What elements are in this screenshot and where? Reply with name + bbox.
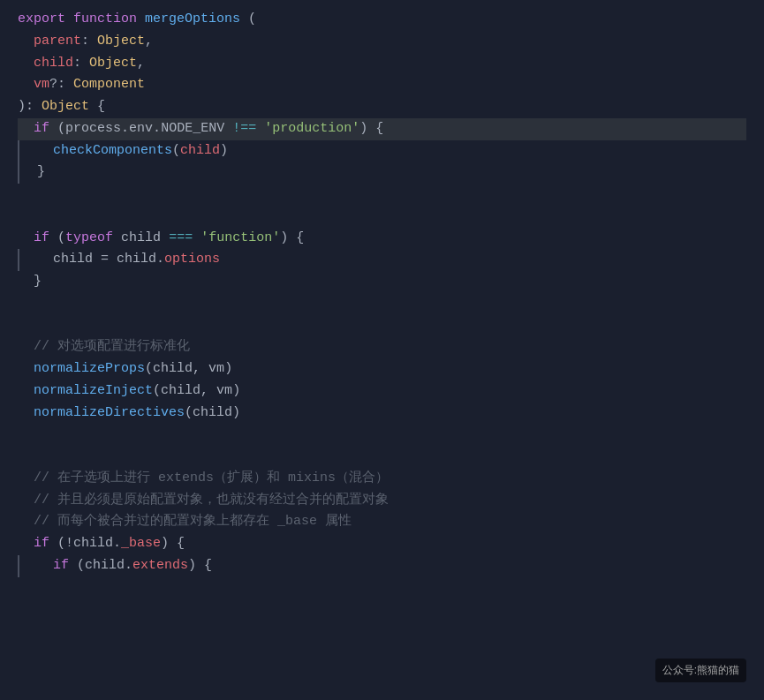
- code-line-16: // 对选项配置进行标准化: [18, 336, 746, 358]
- code-line-5: ): Object {: [18, 96, 746, 118]
- code-line-25: if (!child._base) {: [18, 533, 746, 555]
- code-line-4: vm?: Component: [18, 74, 746, 96]
- code-line-10: [18, 206, 746, 228]
- code-line-8: }: [18, 162, 746, 184]
- code-editor: export function mergeOptions ( parent: O…: [0, 0, 764, 700]
- code-line-24: // 而每个被合并过的配置对象上都存在 _base 属性: [18, 511, 746, 533]
- code-line-7: checkComponents(child): [18, 140, 746, 162]
- code-line-18: normalizeInject(child, vm): [18, 380, 746, 403]
- code-line-26: if (child.extends) {: [18, 555, 746, 577]
- code-line-12: child = child.options: [18, 249, 746, 271]
- code-line-2: parent: Object,: [18, 31, 746, 53]
- code-line-1: export function mergeOptions (: [18, 9, 746, 31]
- code-line-13: }: [18, 271, 746, 293]
- code-line-23: // 并且必须是原始配置对象，也就没有经过合并的配置对象: [18, 490, 746, 512]
- code-line-20: [18, 424, 746, 446]
- code-line-14: [18, 293, 746, 315]
- code-line-22: // 在子选项上进行 extends（扩展）和 mixins（混合）: [18, 468, 746, 490]
- code-line-3: child: Object,: [18, 53, 746, 75]
- code-line-15: [18, 315, 746, 337]
- watermark-text: 公众号:熊猫的猫: [662, 664, 739, 676]
- code-line-11: if (typeof child === 'function') {: [18, 228, 746, 250]
- code-line-17: normalizeProps(child, vm): [18, 358, 746, 380]
- watermark: 公众号:熊猫的猫: [655, 659, 746, 682]
- code-line-21: [18, 446, 746, 468]
- code-line-19: normalizeDirectives(child): [18, 403, 746, 425]
- code-line-6: if (process.env.NODE_ENV !== 'production…: [18, 118, 746, 140]
- code-line-9: [18, 184, 746, 206]
